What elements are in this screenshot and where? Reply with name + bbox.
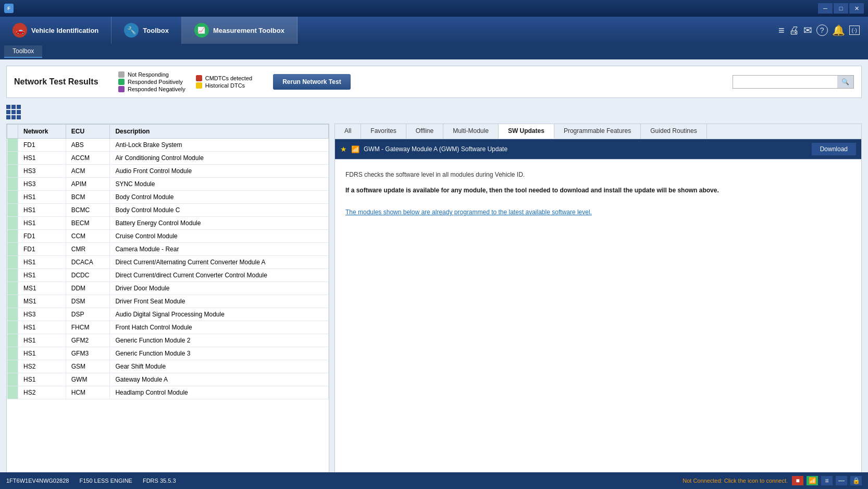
wireless-icon[interactable]: (·) [849, 26, 860, 35]
row-ecu: DSP [66, 308, 110, 321]
table-row[interactable]: HS1 DCACA Direct Current/Alternating Cur… [7, 256, 329, 269]
status-icon-red[interactable]: ■ [792, 476, 803, 485]
search-input[interactable] [733, 76, 837, 88]
result-row-gwm[interactable]: ★ 📶 GWM - Gateway Module A (GWM) Softwar… [335, 139, 861, 159]
table-row[interactable]: MS1 DDM Driver Door Module [7, 282, 329, 295]
restore-button[interactable]: □ [834, 3, 848, 14]
mail-icon[interactable]: ✉ [803, 24, 812, 36]
version-label: FDRS 35.5.3 [143, 478, 176, 484]
filter-tab-sw-updates[interactable]: SW Updates [499, 124, 554, 139]
legend-dot-gray [118, 71, 125, 78]
table-row[interactable]: HS1 GFM2 Generic Function Module 2 [7, 334, 329, 347]
minimize-button[interactable]: ─ [818, 3, 833, 14]
star-icon[interactable]: ★ [340, 145, 347, 153]
row-description: Body Control Module C [110, 204, 329, 217]
row-description: Camera Module - Rear [110, 243, 329, 256]
row-description: SYNC Module [110, 178, 329, 191]
row-indicator [7, 295, 18, 308]
row-indicator [7, 243, 18, 256]
network-table: Network ECU Description FD1 ABS Anti-Loc… [7, 124, 329, 399]
grid-sq-4 [6, 110, 10, 114]
row-indicator [7, 139, 18, 152]
grid-sq-1 [6, 105, 10, 109]
table-row[interactable]: HS2 GSM Gear Shift Module [7, 360, 329, 373]
signal-icon: 📶 [351, 145, 359, 153]
info-link-line3[interactable]: The modules shown below are already prog… [345, 209, 851, 216]
table-row[interactable]: HS1 ACCM Air Conditioning Control Module [7, 152, 329, 165]
table-row[interactable]: FD1 CCM Cruise Control Module [7, 230, 329, 243]
row-network: HS1 [18, 347, 66, 360]
status-bar: 1FT6W1EV4NWG02828 F150 LESS ENGINE FDRS … [0, 472, 868, 489]
table-row[interactable]: HS3 ACM Audio Front Control Module [7, 165, 329, 178]
legend-dot-purple [118, 86, 125, 92]
bell-icon[interactable]: 🔔 [832, 24, 845, 36]
info-line2: If a software update is available for an… [345, 186, 851, 195]
col-indicator [7, 125, 18, 139]
table-row[interactable]: HS1 DCDC Direct Current/direct Current C… [7, 269, 329, 282]
filter-tab-guided-routines[interactable]: Guided Routines [641, 124, 706, 139]
row-ecu: ACM [66, 165, 110, 178]
table-row[interactable]: FD1 ABS Anti-Lock Brake System [7, 139, 329, 152]
filter-tab-multi-module[interactable]: Multi-Module [443, 124, 499, 139]
row-indicator [7, 152, 18, 165]
table-row[interactable]: HS1 FHCM Front Hatch Control Module [7, 321, 329, 334]
table-row[interactable]: FD1 CMR Camera Module - Rear [7, 243, 329, 256]
status-icon-signal[interactable]: 📶 [807, 476, 818, 485]
row-ecu: CCM [66, 230, 110, 243]
row-indicator [7, 334, 18, 347]
filter-tab-favorites[interactable]: Favorites [361, 124, 406, 139]
result-text: GWM - Gateway Module A (GWM) Software Up… [364, 145, 808, 153]
row-indicator [7, 282, 18, 295]
tab-toolbox[interactable]: 🔧 Toolbox [111, 17, 182, 44]
row-description: Generic Function Module 2 [110, 334, 329, 347]
table-row[interactable]: HS1 BECM Battery Energy Control Module [7, 217, 329, 230]
sub-tab-toolbox[interactable]: Toolbox [4, 45, 42, 58]
filter-tab-programmable-features[interactable]: Programmable Features [554, 124, 641, 139]
app-grid-icon[interactable] [6, 105, 21, 119]
filter-tab-offline[interactable]: Offline [406, 124, 443, 139]
table-row[interactable]: HS1 GFM3 Generic Function Module 3 [7, 347, 329, 360]
row-ecu: GWM [66, 373, 110, 386]
row-indicator [7, 373, 18, 386]
toolbox-icon: 🔧 [124, 23, 139, 38]
status-icon-minus[interactable]: — [836, 476, 847, 485]
row-ecu: FHCM [66, 321, 110, 334]
table-row[interactable]: HS1 GWM Gateway Module A [7, 373, 329, 386]
table-row[interactable]: HS2 HCM Headlamp Control Module [7, 386, 329, 399]
col-ecu: ECU [66, 125, 110, 139]
tab-measurement-toolbox[interactable]: 📈 Measurement Toolbox [182, 17, 297, 44]
download-button[interactable]: Download [812, 143, 856, 155]
table-row[interactable]: MS1 DSM Driver Front Seat Module [7, 295, 329, 308]
close-button[interactable]: ✕ [849, 3, 864, 14]
legend-dot-green [118, 79, 125, 85]
filter-tab-all[interactable]: All [335, 124, 361, 139]
search-button[interactable]: 🔍 [837, 76, 853, 88]
status-icon-lock[interactable]: 🔒 [850, 476, 862, 485]
table-row[interactable]: HS1 BCM Body Control Module [7, 191, 329, 204]
table-row[interactable]: HS3 DSP Audio Digital Signal Processing … [7, 308, 329, 321]
print-icon[interactable]: 🖨 [789, 25, 799, 36]
hamburger-icon[interactable]: ≡ [778, 25, 785, 36]
status-left: 1FT6W1EV4NWG02828 F150 LESS ENGINE FDRS … [6, 478, 176, 484]
table-row[interactable]: HS1 BCMC Body Control Module C [7, 204, 329, 217]
tab-vehicle-identification[interactable]: 🚗 Vehicle Identification [0, 17, 111, 44]
row-ecu: BCMC [66, 204, 110, 217]
row-description: Driver Front Seat Module [110, 295, 329, 308]
row-network: HS2 [18, 386, 66, 399]
table-scroll[interactable]: Network ECU Description FD1 ABS Anti-Loc… [7, 124, 329, 472]
row-description: Gateway Module A [110, 373, 329, 386]
table-row[interactable]: HS3 APIM SYNC Module [7, 178, 329, 191]
status-icon-menu[interactable]: ≡ [821, 476, 833, 485]
row-ecu: GFM3 [66, 347, 110, 360]
rerun-network-test-button[interactable]: Rerun Network Test [273, 74, 350, 90]
row-ecu: HCM [66, 386, 110, 399]
row-network: FD1 [18, 139, 66, 152]
row-description: Anti-Lock Brake System [110, 139, 329, 152]
legend-item-not-responding: Not Responding [118, 71, 185, 78]
row-network: HS1 [18, 269, 66, 282]
row-network: FD1 [18, 243, 66, 256]
row-network: HS2 [18, 360, 66, 373]
row-ecu: DCDC [66, 269, 110, 282]
help-icon[interactable]: ? [816, 25, 828, 36]
row-description: Headlamp Control Module [110, 386, 329, 399]
